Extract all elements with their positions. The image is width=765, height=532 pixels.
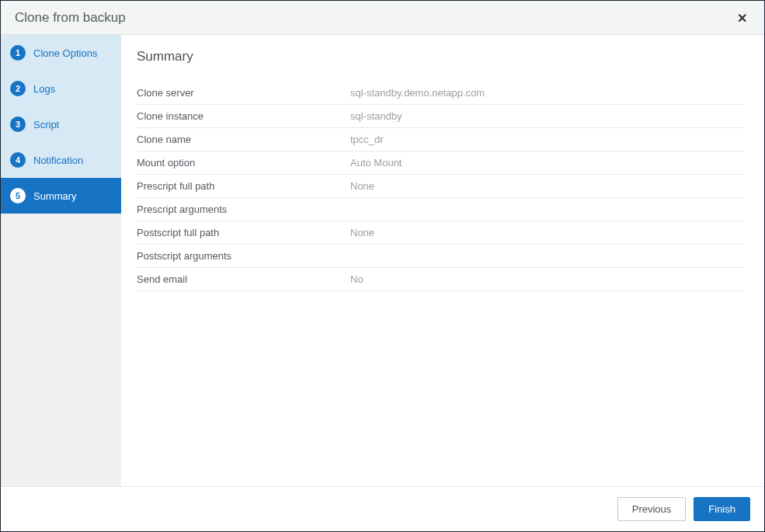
summary-label: Postscript full path [137, 227, 350, 238]
summary-label: Mount option [137, 157, 350, 169]
summary-label: Send email [137, 273, 350, 285]
summary-value: No [350, 273, 744, 285]
step-number: 3 [10, 116, 26, 132]
summary-label: Postscript arguments [137, 250, 350, 262]
step-number: 2 [10, 81, 26, 96]
step-clone-options[interactable]: 1 Clone Options [1, 35, 121, 71]
close-icon[interactable]: ✕ [734, 11, 750, 26]
summary-value: None [350, 180, 744, 192]
summary-row-prescript-args: Prescript arguments [137, 198, 744, 221]
dialog-header: Clone from backup ✕ [1, 1, 764, 35]
summary-value [350, 203, 744, 215]
step-number: 5 [10, 188, 26, 203]
step-notification[interactable]: 4 Notification [1, 142, 121, 178]
dialog-clone-from-backup: Clone from backup ✕ 1 Clone Options 2 Lo… [0, 0, 765, 532]
dialog-title: Clone from backup [15, 10, 126, 26]
step-label: Clone Options [33, 47, 97, 59]
summary-label: Prescript arguments [137, 203, 350, 215]
page-heading: Summary [137, 49, 744, 64]
summary-row-clone-name: Clone name tpcc_dr [137, 128, 744, 151]
summary-value: sql-standby [350, 110, 744, 122]
summary-value: None [350, 227, 744, 238]
summary-label: Clone server [137, 87, 350, 99]
summary-label: Prescript full path [137, 180, 350, 192]
step-number: 1 [10, 45, 26, 61]
step-script[interactable]: 3 Script [1, 106, 121, 142]
summary-label: Clone instance [137, 110, 350, 122]
step-summary[interactable]: 5 Summary [1, 178, 121, 214]
wizard-sidebar: 1 Clone Options 2 Logs 3 Script 4 Notifi… [1, 35, 121, 486]
previous-button[interactable]: Previous [617, 497, 687, 521]
step-label: Summary [33, 190, 77, 202]
summary-value: Auto Mount [350, 157, 744, 169]
finish-button[interactable]: Finish [694, 497, 750, 521]
summary-label: Clone name [137, 134, 350, 145]
summary-value: tpcc_dr [350, 134, 744, 145]
summary-row-mount-option: Mount option Auto Mount [137, 151, 744, 175]
step-label: Script [33, 119, 59, 130]
summary-table: Clone server sql-standby.demo.netapp.com… [137, 82, 744, 291]
summary-row-clone-server: Clone server sql-standby.demo.netapp.com [137, 82, 744, 105]
summary-row-postscript-args: Postscript arguments [137, 245, 744, 268]
summary-row-postscript-path: Postscript full path None [137, 221, 744, 245]
summary-row-clone-instance: Clone instance sql-standby [137, 105, 744, 128]
dialog-body: 1 Clone Options 2 Logs 3 Script 4 Notifi… [1, 35, 764, 486]
step-number: 4 [10, 152, 26, 168]
summary-value: sql-standby.demo.netapp.com [350, 87, 744, 99]
summary-row-send-email: Send email No [137, 268, 744, 291]
step-logs[interactable]: 2 Logs [1, 71, 121, 106]
main-content: Summary Clone server sql-standby.demo.ne… [121, 35, 764, 486]
step-label: Notification [33, 155, 83, 166]
summary-row-prescript-path: Prescript full path None [137, 175, 744, 198]
step-label: Logs [33, 83, 55, 95]
dialog-footer: Previous Finish [1, 486, 764, 531]
summary-value [350, 250, 744, 262]
